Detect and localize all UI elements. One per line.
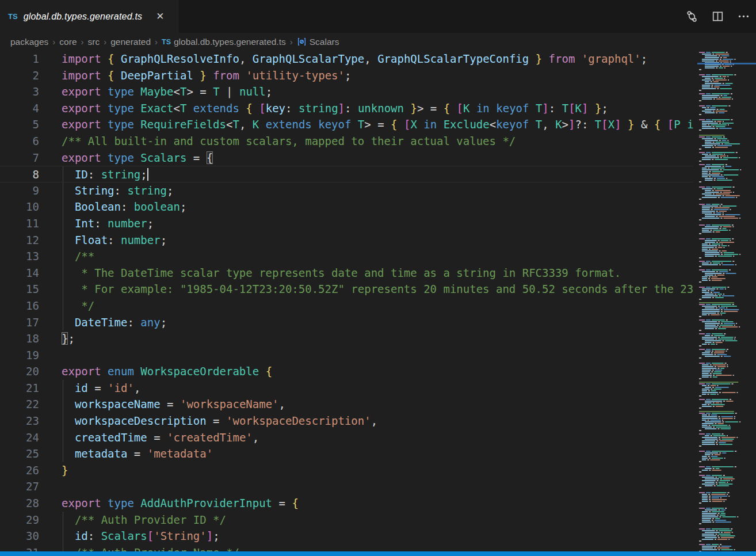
close-tab-icon[interactable]: ✕ (154, 9, 166, 24)
code-line[interactable]: 28export type AddAuthProviderInput = { (0, 495, 693, 512)
code-token: unknown (358, 102, 404, 115)
code-token: type (101, 102, 134, 115)
code-token: DeepPartial (114, 69, 193, 82)
code-token: ] (207, 530, 213, 542)
line-number[interactable]: 10 (0, 199, 39, 215)
line-number[interactable]: 14 (0, 265, 39, 281)
line-number[interactable]: 27 (0, 478, 39, 495)
line-number[interactable]: 15 (0, 281, 39, 298)
code-line[interactable]: 20export enum WorkspaceOrderable { (0, 363, 693, 380)
code-token: : (88, 530, 101, 542)
line-number[interactable]: 5 (0, 116, 39, 133)
code-line[interactable]: 25 metadata = 'metadata' (0, 445, 693, 462)
line-number[interactable]: 19 (0, 347, 39, 364)
line-number[interactable]: 30 (0, 528, 39, 544)
code-token: T (180, 85, 186, 98)
code-line[interactable]: 3export type Maybe<T> = T | null; (0, 83, 693, 100)
more-actions-icon[interactable] (737, 10, 750, 23)
code-token (193, 69, 200, 82)
line-number[interactable]: 9 (0, 182, 39, 199)
open-changes-icon[interactable] (685, 10, 698, 23)
line-number[interactable]: 12 (0, 232, 39, 249)
breadcrumb-item-scalars[interactable]: Scalars (297, 37, 339, 47)
code-content: Int: number; (62, 215, 693, 232)
minimap[interactable] (697, 51, 756, 551)
code-line[interactable]: 1import { GraphQLResolveInfo, GraphQLSca… (0, 51, 693, 67)
line-number[interactable]: 11 (0, 215, 39, 232)
code-token: [ (404, 118, 410, 131)
code-line[interactable]: 9 String: string; (0, 182, 693, 199)
line-number[interactable]: 13 (0, 248, 39, 265)
code-token: * The DateTime scalar type represents da… (62, 266, 621, 279)
code-line[interactable]: 26} (0, 462, 693, 479)
code-token: Boolean (75, 200, 121, 213)
line-number[interactable]: 1 (0, 51, 39, 67)
line-number[interactable]: 20 (0, 363, 39, 380)
code-line[interactable]: 5export type RequireFields<T, K extends … (0, 116, 693, 133)
code-editor[interactable]: 1import { GraphQLResolveInfo, GraphQLSca… (0, 51, 693, 551)
code-line[interactable]: 17 DateTime: any; (0, 314, 693, 331)
line-number[interactable]: 4 (0, 100, 39, 117)
line-number[interactable]: 29 (0, 512, 39, 528)
code-token: & (635, 118, 654, 131)
code-line[interactable]: 27 (0, 478, 693, 495)
line-number[interactable]: 7 (0, 150, 39, 166)
code-line[interactable]: 30 id: Scalars['String']; (0, 528, 693, 544)
code-line[interactable]: 21 id = 'id', (0, 380, 693, 397)
code-line[interactable]: 24 createdTime = 'createdTime', (0, 429, 693, 446)
breadcrumb-item-core[interactable]: core (59, 37, 77, 47)
code-line[interactable]: 16 */ (0, 298, 693, 314)
line-number[interactable]: 24 (0, 429, 39, 446)
code-token (101, 52, 108, 65)
line-number[interactable]: 16 (0, 298, 39, 314)
code-line[interactable]: 18}; (0, 330, 693, 347)
breadcrumb-item-src[interactable]: src (88, 37, 100, 47)
code-token: ; (641, 52, 647, 65)
code-token: < (173, 102, 180, 115)
line-number[interactable]: 22 (0, 396, 39, 413)
code-line[interactable]: 14 * The DateTime scalar type represents… (0, 265, 693, 281)
code-line[interactable]: 11 Int: number; (0, 215, 693, 232)
breadcrumb-item-global-db-types-generated-ts[interactable]: TSglobal.db.types.generated.ts (162, 37, 286, 47)
code-token: number (121, 234, 161, 246)
line-number[interactable]: 18 (0, 330, 39, 347)
code-line[interactable]: 31 /** Auth Provider Name */ (0, 544, 693, 551)
line-number[interactable]: 8 (0, 166, 39, 182)
line-number[interactable]: 26 (0, 462, 39, 479)
line-number[interactable]: 28 (0, 495, 39, 512)
code-token: import (62, 52, 101, 65)
code-line[interactable]: 6/** All built-in and custom scalars, ma… (0, 133, 693, 150)
line-number[interactable]: 23 (0, 413, 39, 429)
code-token: ; (180, 200, 186, 213)
code-line[interactable]: 8 ID: string; (0, 166, 693, 182)
code-token: : (121, 200, 134, 213)
split-editor-icon[interactable] (711, 10, 724, 23)
code-line[interactable]: 29 /** Auth Provider ID */ (0, 512, 693, 528)
code-line[interactable]: 22 workspaceName = 'workspaceName', (0, 396, 693, 413)
code-line[interactable]: 12 Float: number; (0, 232, 693, 249)
line-number[interactable]: 31 (0, 544, 39, 551)
code-line[interactable]: 23 workspaceDescription = 'workspaceDesc… (0, 413, 693, 429)
code-token (259, 365, 265, 378)
code-token (621, 118, 628, 131)
line-number[interactable]: 21 (0, 380, 39, 397)
code-content: }; (62, 330, 693, 347)
breadcrumb-item-packages[interactable]: packages (10, 37, 48, 47)
code-token: { (391, 118, 397, 131)
line-number[interactable]: 2 (0, 67, 39, 84)
line-number[interactable]: 17 (0, 314, 39, 331)
code-line[interactable]: 13 /** (0, 248, 693, 265)
line-number[interactable]: 3 (0, 83, 39, 100)
code-line[interactable]: 10 Boolean: boolean; (0, 199, 693, 215)
tab-global-db-types[interactable]: TS global.db.types.generated.ts ✕ (0, 0, 178, 33)
line-number[interactable]: 25 (0, 445, 39, 462)
code-line[interactable]: 2import { DeepPartial } from 'utility-ty… (0, 67, 693, 84)
code-line[interactable]: 7export type Scalars = { (0, 150, 693, 166)
code-line[interactable]: 19 (0, 347, 693, 364)
code-line[interactable]: 4export type Exact<T extends { [key: str… (0, 100, 693, 117)
line-number[interactable]: 6 (0, 133, 39, 150)
code-line[interactable]: 15 * For example: "1985-04-12T23:20:50.5… (0, 281, 693, 298)
code-token: K (253, 118, 259, 131)
breadcrumb-item-generated[interactable]: generated (110, 37, 151, 47)
code-token: Scalars (101, 530, 147, 542)
